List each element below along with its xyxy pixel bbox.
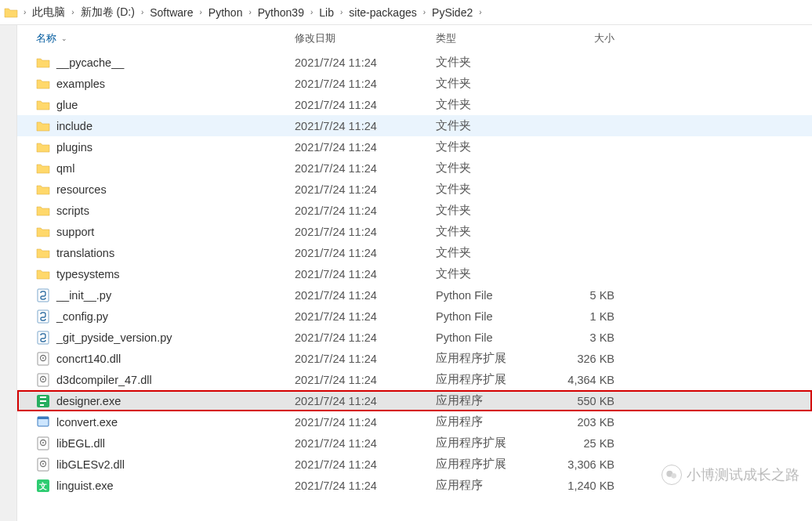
file-type: 应用程序扩展 [436,457,546,472]
dll-icon [36,458,50,472]
exe-designer-icon [36,394,50,408]
file-name: examples [56,78,105,90]
chevron-right-icon[interactable]: › [309,8,314,16]
file-size: 5 KB [546,289,624,302]
file-list: 名称 ⌄ 修改日期 类型 大小 __pycache__2021/7/24 11:… [17,25,812,521]
file-size: 1 KB [546,310,624,323]
file-date: 2021/7/24 11:24 [295,268,436,280]
file-type: 文件夹 [436,266,546,281]
breadcrumb-item[interactable]: PySide2 [430,5,474,20]
folder-icon [36,119,50,133]
folder-icon [36,56,50,70]
file-type: 应用程序 [436,414,546,429]
file-name: support [56,226,94,238]
file-type: 应用程序扩展 [436,351,546,366]
file-row[interactable]: libGLESv2.dll2021/7/24 11:24应用程序扩展3,306 … [17,454,812,475]
svg-rect-11 [38,417,49,419]
column-type[interactable]: 类型 [436,31,546,45]
file-name: translations [56,247,114,259]
file-type: Python File [436,331,546,344]
file-row[interactable]: typesystems2021/7/24 11:24文件夹 [17,263,812,284]
breadcrumb-item[interactable]: Lib [317,5,335,20]
file-date: 2021/7/24 11:24 [295,120,436,132]
dll-icon [36,373,50,387]
file-date: 2021/7/24 11:24 [295,289,436,302]
file-name: concrt140.dll [56,353,121,365]
folder-icon [36,161,50,175]
file-date: 2021/7/24 11:24 [295,395,436,407]
py-icon [36,331,50,345]
file-type: 文件夹 [436,97,546,112]
folder-icon [36,204,50,218]
file-name: qml [56,162,74,175]
file-date: 2021/7/24 11:24 [295,78,436,90]
file-type: 文件夹 [436,139,546,154]
breadcrumb-item[interactable]: 此电脑 [31,4,67,21]
file-row[interactable]: resources2021/7/24 11:24文件夹 [17,179,812,200]
file-row[interactable]: d3dcompiler_47.dll2021/7/24 11:24应用程序扩展4… [17,369,812,390]
folder-icon [36,267,50,281]
file-name: plugins [56,141,92,154]
file-row[interactable]: __pycache__2021/7/24 11:24文件夹 [17,52,812,73]
file-name: typesystems [56,268,120,280]
file-row[interactable]: support2021/7/24 11:24文件夹 [17,221,812,242]
file-type: 应用程序 [436,393,546,408]
chevron-right-icon[interactable]: › [477,8,483,16]
file-row[interactable]: translations2021/7/24 11:24文件夹 [17,242,812,263]
file-type: 文件夹 [436,224,546,239]
file-type: 应用程序扩展 [436,436,546,450]
column-date[interactable]: 修改日期 [295,31,436,45]
file-row[interactable]: _git_pyside_version.py2021/7/24 11:24Pyt… [17,327,812,348]
file-name: lconvert.exe [56,416,118,429]
file-date: 2021/7/24 11:24 [295,479,436,492]
file-type: 文件夹 [436,161,546,175]
dll-icon [36,352,50,366]
file-row[interactable]: concrt140.dll2021/7/24 11:24应用程序扩展326 KB [17,348,812,369]
column-name[interactable]: 名称 ⌄ [36,31,295,45]
file-name: _git_pyside_version.py [56,331,172,344]
file-row[interactable]: designer.exe2021/7/24 11:24应用程序550 KB [17,390,812,411]
breadcrumb-item[interactable]: Python39 [256,5,306,20]
file-name: _config.py [56,310,108,323]
chevron-right-icon[interactable]: › [140,8,145,16]
file-row[interactable]: include2021/7/24 11:24文件夹 [17,115,812,136]
file-type: 文件夹 [436,245,546,260]
file-row[interactable]: lconvert.exe2021/7/24 11:24应用程序203 KB [17,411,812,432]
chevron-right-icon[interactable]: › [247,8,252,16]
chevron-right-icon[interactable]: › [339,8,344,16]
folder-icon [36,98,50,112]
file-row[interactable]: qml2021/7/24 11:24文件夹 [17,157,812,179]
folder-icon [36,140,50,154]
breadcrumb-item[interactable]: site-packages [347,5,418,20]
folder-icon [36,183,50,197]
breadcrumb-item[interactable]: Python [207,5,245,20]
file-row[interactable]: libEGL.dll2021/7/24 11:24应用程序扩展25 KB [17,432,812,454]
file-date: 2021/7/24 11:24 [295,183,436,196]
file-row[interactable]: examples2021/7/24 11:24文件夹 [17,73,812,94]
file-size: 203 KB [546,416,624,429]
svg-point-8 [42,378,44,380]
file-name: __init__.py [56,289,111,302]
breadcrumb-item[interactable]: 新加卷 (D:) [79,4,136,21]
svg-point-5 [42,357,44,359]
chevron-right-icon[interactable]: › [422,8,427,16]
exe-icon [36,415,50,429]
file-row[interactable]: plugins2021/7/24 11:24文件夹 [17,136,812,157]
py-icon [36,309,50,324]
file-row[interactable]: _config.py2021/7/24 11:24Python File1 KB [17,306,812,327]
file-row[interactable]: glue2021/7/24 11:24文件夹 [17,94,812,115]
file-row[interactable]: scripts2021/7/24 11:24文件夹 [17,200,812,221]
chevron-right-icon[interactable]: › [198,8,204,16]
file-type: 文件夹 [436,76,546,91]
breadcrumb[interactable]: › 此电脑›新加卷 (D:)›Software›Python›Python39›… [0,0,812,25]
file-type: 文件夹 [436,182,546,197]
file-row[interactable]: __init__.py2021/7/24 11:24Python File5 K… [17,284,812,306]
file-row[interactable]: 文linguist.exe2021/7/24 11:24应用程序1,240 KB [17,475,812,496]
chevron-right-icon[interactable]: › [70,8,75,16]
chevron-right-icon[interactable]: › [22,8,27,16]
column-size[interactable]: 大小 [546,31,624,45]
file-type: 文件夹 [436,203,546,218]
file-size: 326 KB [546,353,624,365]
file-type: 应用程序扩展 [436,372,546,387]
breadcrumb-item[interactable]: Software [148,5,194,20]
